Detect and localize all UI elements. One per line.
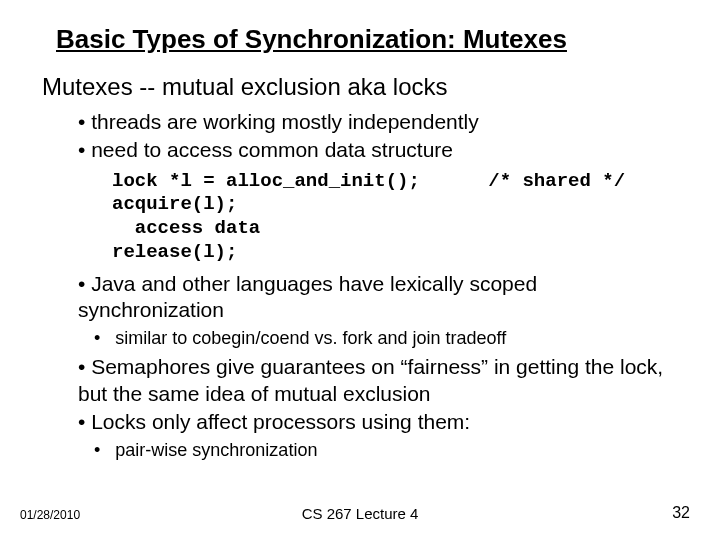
bullet-list-1: threads are working mostly independently… bbox=[78, 109, 678, 164]
footer-page-number: 32 bbox=[672, 504, 690, 522]
slide-title: Basic Types of Synchronization: Mutexes bbox=[56, 24, 678, 55]
footer-date: 01/28/2010 bbox=[20, 508, 80, 522]
bullet-item: Locks only affect processors using them: bbox=[78, 409, 678, 435]
footer-center: CS 267 Lecture 4 bbox=[302, 505, 419, 522]
slide-subtitle: Mutexes -- mutual exclusion aka locks bbox=[42, 73, 678, 101]
sub-bullet-item: pair-wise synchronization bbox=[94, 439, 678, 462]
bullet-list-2: Java and other languages have lexically … bbox=[78, 271, 678, 324]
code-block: lock *l = alloc_and_init(); /* shared */… bbox=[112, 170, 678, 265]
sub-bullet-item: similar to cobegin/coend vs. fork and jo… bbox=[94, 327, 678, 350]
bullet-item: need to access common data structure bbox=[78, 137, 678, 163]
bullet-list-3: Semaphores give guarantees on “fairness”… bbox=[78, 354, 678, 435]
sub-bullet-list-3: pair-wise synchronization bbox=[94, 439, 678, 462]
sub-bullet-list-2: similar to cobegin/coend vs. fork and jo… bbox=[94, 327, 678, 350]
bullet-item: threads are working mostly independently bbox=[78, 109, 678, 135]
bullet-item: Java and other languages have lexically … bbox=[78, 271, 678, 324]
bullet-item: Semaphores give guarantees on “fairness”… bbox=[78, 354, 678, 407]
